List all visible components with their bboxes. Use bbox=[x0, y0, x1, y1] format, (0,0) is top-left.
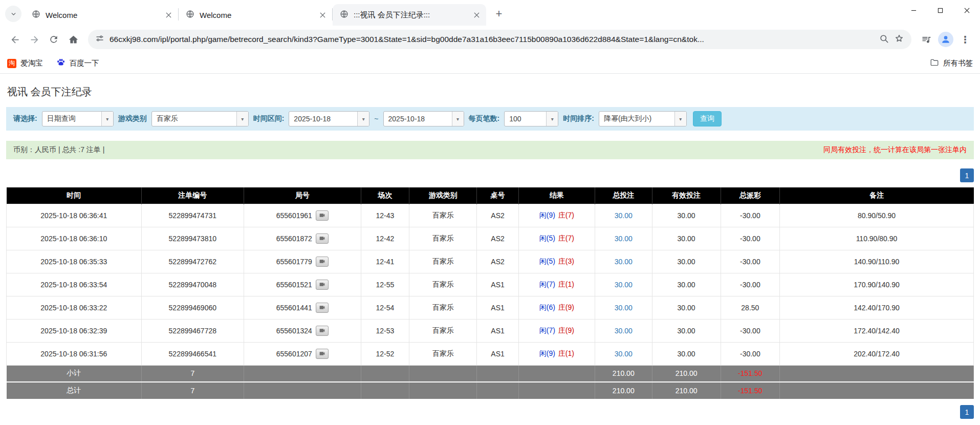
total-label: 总计 bbox=[7, 382, 142, 399]
cell-table-no: AS2 bbox=[477, 227, 518, 250]
cell-bet-id: 522899467728 bbox=[141, 319, 244, 342]
cell-session: 12-55 bbox=[361, 273, 409, 296]
bookmarks-bar: 淘 爱淘宝 百度一下 所有书签 bbox=[0, 53, 980, 74]
round-number: 655601207 bbox=[276, 350, 312, 358]
tab-strip: Welcome Welcome :::视讯 会员下注纪录::: bbox=[0, 0, 980, 26]
cell-session: 12-43 bbox=[361, 204, 409, 227]
cell-note: 80.90/50.90 bbox=[779, 204, 973, 227]
total-bet-link[interactable]: 30.00 bbox=[615, 350, 633, 358]
profile-avatar[interactable] bbox=[938, 32, 953, 47]
cell-round: 655601207 bbox=[244, 342, 361, 365]
total-bet-link[interactable]: 30.00 bbox=[615, 281, 633, 289]
cell-table-no: AS1 bbox=[477, 296, 518, 319]
tab-welcome-1[interactable]: Welcome bbox=[25, 4, 178, 26]
query-mode-select[interactable]: 日期查询 ▾ bbox=[42, 111, 114, 126]
subtotal-payout: -151.50 bbox=[721, 365, 779, 382]
tab-close-icon[interactable] bbox=[471, 9, 482, 20]
col-header-total-bet: 总投注 bbox=[595, 187, 652, 204]
bookmark-baidu[interactable]: 百度一下 bbox=[56, 58, 99, 69]
media-controls-icon[interactable] bbox=[917, 30, 936, 49]
tab-search-icon[interactable] bbox=[5, 6, 21, 22]
folder-icon bbox=[930, 58, 939, 69]
cell-table-no: AS2 bbox=[477, 204, 518, 227]
result-banker: 庄(1) bbox=[558, 349, 574, 357]
cell-result: 闲(5)庄(3) bbox=[518, 250, 595, 273]
address-bar[interactable]: 66cxkj98.com/ipl/portal.php/game/betreco… bbox=[88, 30, 911, 49]
bookmark-star-icon[interactable] bbox=[894, 33, 904, 46]
col-header-session: 场次 bbox=[361, 187, 409, 204]
tab-welcome-2[interactable]: Welcome bbox=[179, 4, 332, 26]
cell-note: 202.40/172.40 bbox=[779, 342, 973, 365]
tab-close-icon[interactable] bbox=[317, 9, 328, 20]
total-bet-link[interactable]: 30.00 bbox=[615, 258, 633, 266]
cell-game-type: 百家乐 bbox=[409, 273, 477, 296]
query-mode-value: 日期查询 bbox=[42, 114, 101, 123]
cell-total-bet: 30.00 bbox=[595, 227, 652, 250]
page-number-button[interactable]: 1 bbox=[960, 405, 974, 419]
tab-bet-records[interactable]: :::视讯 会员下注纪录::: bbox=[333, 4, 486, 26]
all-bookmarks-button[interactable]: 所有书签 bbox=[930, 58, 973, 69]
minimize-icon[interactable] bbox=[900, 0, 927, 20]
reload-icon[interactable] bbox=[44, 30, 63, 49]
cell-payout: -30.00 bbox=[721, 204, 779, 227]
home-icon[interactable] bbox=[63, 30, 83, 49]
video-replay-icon[interactable] bbox=[316, 303, 329, 313]
result-banker: 庄(3) bbox=[558, 257, 574, 265]
close-icon[interactable] bbox=[953, 0, 980, 20]
globe-favicon-icon bbox=[340, 10, 349, 20]
menu-kebab-icon[interactable]: ⋮ bbox=[955, 30, 975, 49]
cell-payout: -30.00 bbox=[721, 250, 779, 273]
date-from-select[interactable]: 2025-10-18 ▾ bbox=[289, 111, 369, 126]
cell-result: 闲(7)庄(9) bbox=[518, 319, 595, 342]
cell-round: 655601324 bbox=[244, 319, 361, 342]
video-replay-icon[interactable] bbox=[316, 326, 329, 336]
range-separator: ~ bbox=[374, 115, 378, 123]
cell-game-type: 百家乐 bbox=[409, 296, 477, 319]
new-tab-icon[interactable]: + bbox=[490, 5, 508, 23]
round-number: 655601521 bbox=[276, 281, 312, 289]
globe-favicon-icon bbox=[32, 10, 40, 20]
taobao-favicon-icon: 淘 bbox=[7, 59, 16, 68]
date-to-select[interactable]: 2025-10-18 ▾ bbox=[383, 111, 464, 126]
total-bet-link[interactable]: 30.00 bbox=[615, 211, 633, 220]
table-row: 2025-10-18 06:32:39 522899467728 6556013… bbox=[7, 319, 974, 342]
col-header-result: 结果 bbox=[518, 187, 595, 204]
video-replay-icon[interactable] bbox=[316, 280, 329, 290]
globe-favicon-icon bbox=[186, 10, 194, 20]
page-number-button[interactable]: 1 bbox=[960, 168, 974, 182]
table-header-row: 时间 注单编号 局号 场次 游戏类别 桌号 结果 总投注 有效投注 总派彩 备注 bbox=[7, 187, 974, 204]
total-bet-link[interactable]: 30.00 bbox=[615, 327, 633, 335]
subtotal-total-bet: 210.00 bbox=[595, 365, 652, 382]
video-replay-icon[interactable] bbox=[316, 210, 329, 221]
video-replay-icon[interactable] bbox=[316, 257, 329, 267]
search-button[interactable]: 查询 bbox=[693, 111, 722, 126]
cell-game-type: 百家乐 bbox=[409, 319, 477, 342]
tab-close-icon[interactable] bbox=[163, 9, 174, 20]
site-info-icon[interactable] bbox=[95, 34, 104, 45]
game-type-select[interactable]: 百家乐 ▾ bbox=[151, 111, 249, 126]
col-header-bet-id: 注单编号 bbox=[141, 187, 244, 204]
table-row: 2025-10-18 06:33:54 522899470048 6556015… bbox=[7, 273, 974, 296]
tab-title: Welcome bbox=[200, 11, 312, 19]
total-bet-link[interactable]: 30.00 bbox=[615, 235, 633, 243]
back-icon[interactable] bbox=[5, 30, 25, 49]
page-size-select[interactable]: 100 ▾ bbox=[504, 111, 558, 126]
video-replay-icon[interactable] bbox=[316, 233, 329, 244]
cell-result: 闲(9)庄(7) bbox=[518, 204, 595, 227]
zoom-icon[interactable] bbox=[879, 34, 889, 46]
cell-time: 2025-10-18 06:35:33 bbox=[7, 250, 142, 273]
video-replay-icon[interactable] bbox=[316, 349, 329, 359]
total-bet-link[interactable]: 30.00 bbox=[615, 304, 633, 312]
cell-bet-id: 522899469060 bbox=[141, 296, 244, 319]
cell-note: 140.90/110.90 bbox=[779, 250, 973, 273]
cell-valid-bet: 30.00 bbox=[652, 296, 721, 319]
payout-notice: 同局有效投注，统一计算在该局第一张注单内 bbox=[823, 145, 967, 155]
bookmark-aitaobao[interactable]: 淘 爱淘宝 bbox=[7, 58, 43, 68]
forward-icon[interactable] bbox=[25, 30, 44, 49]
pagination-top: 1 bbox=[6, 168, 974, 182]
sort-order-select[interactable]: 降幂(由大到小) ▾ bbox=[599, 111, 687, 126]
cell-payout: -30.00 bbox=[721, 319, 779, 342]
url-text[interactable]: 66cxkj98.com/ipl/portal.php/game/betreco… bbox=[110, 35, 874, 44]
maximize-icon[interactable] bbox=[927, 0, 953, 20]
page-content: 视讯 会员下注纪录 请选择: 日期查询 ▾ 游戏类别 百家乐 ▾ 时间区间: 2… bbox=[0, 85, 980, 419]
